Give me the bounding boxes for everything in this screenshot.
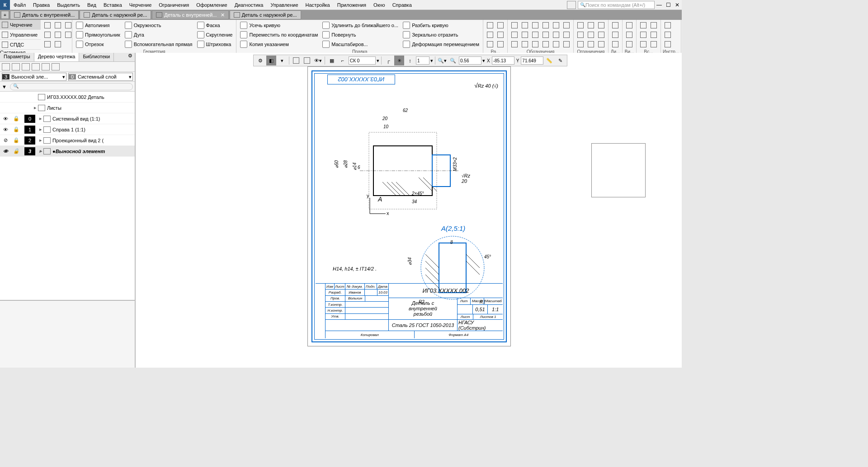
arc-button[interactable]: Дуга [123,30,194,39]
tools-1-button[interactable] [663,21,673,30]
ft-snap-button[interactable] [302,56,312,65]
minimize-button[interactable]: — [655,2,664,8]
canvas-area[interactable]: ⚙ ◧ ▾ 👁▾ ▦ ⌐ ▾ ┌ ✳ ↕ ▾ 🔍▾ 🔍 ▾ X Y 📏 ✎ ИГ… [136,53,682,368]
leader-button[interactable] [520,30,530,39]
rotate-button[interactable]: Повернуть [321,30,400,39]
doc-tab-2[interactable]: Деталь с внутренней...✕ [152,10,228,19]
menu-edit[interactable]: Правка [29,2,53,8]
doc-tab-1[interactable]: Деталь с наружной ре... [80,10,151,19]
doc-tab-0[interactable]: Деталь с внутренней... [10,10,79,19]
tree-root-label[interactable]: ИГ03.XXXXX.002 Деталь [47,94,104,100]
menu-constraints[interactable]: Ограничения [155,2,193,8]
filter-icon[interactable]: ▼ [2,84,8,89]
undo-button[interactable] [42,40,52,49]
panel-settings-button[interactable]: ⚙ [126,53,135,61]
tree-search-input[interactable]: 🔍 [10,83,133,90]
panel-tab-params[interactable]: Параметры [0,53,34,61]
layer-selector[interactable]: 0Системный слой▾ [68,73,133,81]
view-selector[interactable]: 3Выносной эле...▾ [2,73,66,81]
fillet-button[interactable]: Скругление [195,30,235,39]
tol-button[interactable] [509,30,519,39]
tree-row-0[interactable]: 👁🔒0▸Системный вид (1:1) [0,113,135,124]
command-search-input[interactable]: 🔍 Поиск по командам (Alt+/) [578,1,655,9]
ins-3-button[interactable] [638,40,648,49]
tree-row-1[interactable]: 👁🔒1▸Справа 1 (1:1) [0,124,135,135]
panel-tool-2[interactable] [12,63,20,70]
menu-file[interactable]: Файл [10,2,29,8]
panel-tool-3[interactable] [22,63,30,70]
workspace-icon[interactable] [567,1,576,9]
panel-tool-6[interactable] [52,63,60,70]
menu-settings[interactable]: Настройка [302,2,334,8]
tools-3-button[interactable] [663,40,673,49]
c-para-button[interactable] [576,30,585,39]
save-button[interactable] [63,21,73,30]
tech-button[interactable] [551,30,561,39]
ins-2-button[interactable] [638,30,648,39]
section-button[interactable] [541,21,551,30]
c-hatch-button[interactable] [596,40,606,49]
close-tab-icon[interactable]: ✕ [221,12,225,18]
extend-button[interactable]: Удлинить до ближайшего о... [321,21,400,30]
rectangle-button[interactable]: Прямоугольник [74,30,122,39]
expand-icon[interactable]: ▸ [33,105,38,111]
line-mark-button[interactable] [530,21,540,30]
wave-button[interactable] [541,40,551,49]
menu-select[interactable]: Выделить [53,2,84,8]
menu-manage[interactable]: Управление [267,2,302,8]
dim-dia-button[interactable] [485,30,495,39]
x-coord-input[interactable] [492,56,514,65]
diag-2-button[interactable] [610,30,620,39]
cs-select[interactable] [349,56,376,65]
ft-measure-button[interactable]: 📏 [544,56,554,65]
c-dim-button[interactable] [576,40,585,49]
panel-tool-4[interactable] [32,63,40,70]
ft-eraser-button[interactable]: ◧ [266,56,276,65]
lock-icon[interactable]: 🔒 [11,116,22,121]
c-tang-button[interactable] [586,40,596,49]
auxline-button[interactable]: Вспомогательная прямая [123,40,194,49]
view-2-button[interactable] [624,30,634,39]
text-button[interactable] [520,21,530,30]
ins-6-button[interactable] [649,40,659,49]
step-input[interactable] [416,56,429,65]
panel-tool-5[interactable] [42,63,50,70]
split-button[interactable]: Разбить кривую [401,21,481,30]
ft-cs-button[interactable]: ⌐ [338,56,348,65]
datum-button[interactable] [509,40,519,49]
move-button[interactable]: Переместить по координатам [238,30,320,39]
menu-view[interactable]: Вид [84,2,100,8]
ins-5-button[interactable] [649,30,659,39]
centerline-button[interactable] [530,30,540,39]
panel-tab-libs[interactable]: Библиотеки [79,53,114,61]
scale-button[interactable]: Масштабиров... [321,40,400,49]
visibility-icon[interactable]: 👁 [0,149,11,154]
doc-tab-3[interactable]: Деталь с наружной ре... [230,10,301,19]
mirror-button[interactable]: Зеркально отразить [401,30,481,39]
ins-4-button[interactable] [649,21,659,30]
lock-icon[interactable]: 🔒 [11,137,22,143]
deform-button[interactable]: Деформация перемещением [401,40,481,49]
panel-tab-tree[interactable]: Дерево чертежа [34,53,80,61]
tree-row-2[interactable]: ⊘🔒2▸Проекционный вид 2 ( [0,135,135,146]
ft-grid-button[interactable]: ▦ [327,56,337,65]
redo-button[interactable] [53,40,63,49]
lock-icon[interactable]: 🔒 [11,148,22,154]
y-coord-input[interactable] [521,56,543,65]
ft-zoomfit-button[interactable]: 🔍▾ [437,56,447,65]
visibility-icon[interactable]: 👁 [0,116,11,121]
ft-curve-button[interactable] [291,56,301,65]
view-1-button[interactable] [624,21,634,30]
menu-window[interactable]: Окно [370,2,389,8]
visibility-icon[interactable]: 👁 [0,127,11,132]
segment-button[interactable]: Отрезок [74,40,122,49]
ft-ortho-button[interactable]: ┌ [383,56,393,65]
arrow-mark-button[interactable] [541,30,551,39]
new-tab-button[interactable]: + [1,11,9,19]
ft-settings-button[interactable]: ⚙ [255,56,265,65]
tree-sheets-label[interactable]: Листы [47,105,61,111]
ft-eyedropper-button[interactable]: ✎ [555,56,565,65]
menu-diagnostics[interactable]: Диагностика [231,2,267,8]
drawing-sheet[interactable]: ИГ03.XXXXX.002 √Rz 40 (√) [307,66,511,346]
c-perp-button[interactable] [586,30,596,39]
